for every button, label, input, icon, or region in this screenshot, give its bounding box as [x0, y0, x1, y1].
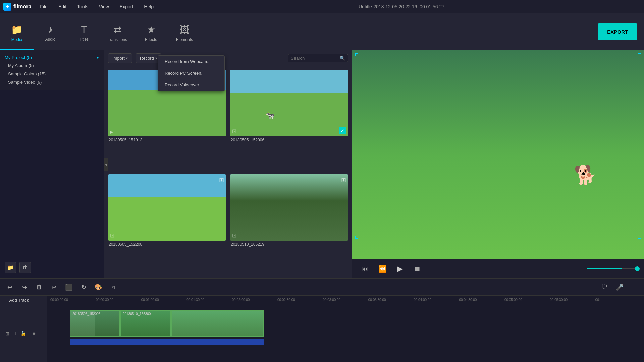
- menu-help[interactable]: Help: [142, 3, 156, 11]
- timeline-clip-0[interactable]: 20180505_152006: [70, 310, 120, 337]
- record-label: Record: [140, 56, 154, 61]
- toolbar-titles[interactable]: T Titles: [67, 13, 101, 50]
- timeline-clip-1[interactable]: 20180510_165800: [120, 310, 171, 337]
- step-back-button[interactable]: ⏪: [376, 263, 388, 275]
- volume-thumb[interactable]: [635, 266, 640, 271]
- settings-icon[interactable]: ≡: [629, 282, 639, 292]
- volume-slider[interactable]: [587, 268, 637, 269]
- track-eye-icon[interactable]: 👁: [30, 329, 38, 338]
- ruler-mark-9: 00:04:30:00: [459, 298, 504, 303]
- menu-edit[interactable]: Edit: [56, 3, 68, 11]
- menu-file[interactable]: File: [38, 3, 50, 11]
- menu-tools[interactable]: Tools: [75, 3, 90, 11]
- track-grid-icon: ⊞: [3, 329, 11, 338]
- track-content: 20180505_152006 20180510_165800: [47, 305, 644, 362]
- delete-button[interactable]: 🗑: [34, 282, 44, 292]
- crop-button[interactable]: ⬛: [64, 282, 74, 292]
- search-icon: 🔍: [340, 56, 345, 61]
- sidebar-collapse-handle[interactable]: ◀: [104, 158, 108, 171]
- media-item-3[interactable]: ⊞ ⊡ 20180510_165219: [230, 174, 348, 275]
- thumb-bg-1: [230, 70, 348, 136]
- audio-icon: ♪: [48, 24, 53, 35]
- toolbar-audio[interactable]: ♪ Audio: [34, 13, 67, 50]
- toolbar-elements[interactable]: 🖼 Elements: [168, 13, 201, 50]
- path-bg: [230, 174, 348, 241]
- sidebar-project-header[interactable]: My Project (5) ▾: [0, 54, 104, 61]
- timeline-clip-2[interactable]: [171, 310, 264, 337]
- ruler-mark-4: 00:02:00:00: [232, 298, 277, 303]
- ruler-mark-12: 06:: [595, 298, 641, 303]
- video-icon-1: ⊡: [232, 128, 236, 134]
- mic-icon[interactable]: 🎤: [614, 282, 625, 292]
- toolbar-elements-label: Elements: [176, 37, 193, 42]
- media-name-2: 20180505_152208: [108, 242, 226, 247]
- playhead[interactable]: [70, 305, 70, 362]
- clip-bg-2: [172, 311, 263, 336]
- media-item-1[interactable]: 🐄 ⊡ ✓ 20180505_152006: [230, 70, 348, 170]
- volume-fill: [587, 268, 622, 269]
- export-button[interactable]: EXPORT: [598, 23, 637, 40]
- shield-icon[interactable]: 🛡: [600, 282, 610, 292]
- preview-video: 🐕: [352, 50, 644, 259]
- preview-dog-icon: 🐕: [574, 164, 597, 186]
- record-screen-item[interactable]: Record PC Screen...: [158, 67, 224, 79]
- toolbar-media-label: Media: [11, 37, 22, 42]
- search-box: 🔍: [288, 54, 348, 62]
- track-controls: ⊞ 1 🔓 👁: [0, 305, 47, 362]
- effects-icon: ★: [147, 24, 155, 35]
- search-input[interactable]: [291, 56, 338, 61]
- ruler-marks: 00:00:00:00 00:00:30:00 00:01:00:00 00:0…: [47, 298, 644, 303]
- ruler-mark-10: 00:05:00:00: [504, 298, 550, 303]
- toolbar-transitions[interactable]: ⇄ Transitions: [101, 13, 134, 50]
- ruler-mark-1: 00:00:30:00: [96, 298, 141, 303]
- media-thumbnail-3: ⊞ ⊡: [230, 174, 348, 241]
- audio-adjust-button[interactable]: ≡: [123, 282, 133, 292]
- media-name-3: 20180510_165219: [230, 242, 348, 247]
- toolbar-titles-label: Titles: [79, 37, 89, 42]
- ruler-mark-7: 00:03:30:00: [368, 298, 414, 303]
- tl-right-actions: 🛡 🎤 ≡: [600, 282, 639, 292]
- cut-button[interactable]: ✂: [49, 282, 59, 292]
- menu-export[interactable]: Export: [118, 3, 135, 11]
- corner-br: [638, 236, 641, 239]
- media-item-2[interactable]: ⊞ ⊡ 20180505_152208: [108, 174, 226, 275]
- record-voiceover-item[interactable]: Record Voiceover: [158, 79, 224, 91]
- media-name-0: 20180505_151913: [108, 138, 226, 142]
- add-track-button[interactable]: + Add Track: [0, 296, 47, 305]
- sidebar-container: My Project (5) ▾ My Album (5) Sample Col…: [0, 50, 104, 278]
- sidebar-item-album[interactable]: My Album (5): [0, 61, 104, 70]
- redo-button[interactable]: ↪: [19, 282, 30, 292]
- sidebar-item-video[interactable]: Sample Video (9): [0, 78, 104, 86]
- record-dropdown-menu: Record from Webcam... Record PC Screen..…: [158, 55, 225, 91]
- media-thumbnail-1: 🐄 ⊡ ✓: [230, 70, 348, 136]
- stop-button[interactable]: ⏹: [411, 263, 423, 275]
- toolbar-media[interactable]: 📁 Media: [0, 13, 34, 50]
- toolbar-effects-label: Effects: [145, 37, 157, 42]
- undo-button[interactable]: ↩: [5, 282, 15, 292]
- ruler-mark-8: 00:04:00:00: [414, 298, 459, 303]
- timeline-tracks: ⊞ 1 🔓 👁 20180505_152006 20180510_165800: [0, 305, 644, 362]
- timeline-ruler: + Add Track 00:00:00:00 00:00:30:00 00:0…: [0, 296, 644, 305]
- audio-track-0: [70, 339, 120, 345]
- sidebar-item-colors[interactable]: Sample Colors (15): [0, 70, 104, 78]
- media-panel: Import ▾ Record ▾ ⊟ ⊞ 🔍 Record from Webc…: [104, 50, 352, 278]
- split-button[interactable]: ⧈: [108, 282, 118, 292]
- play-button[interactable]: ▶: [394, 263, 406, 275]
- record-webcam-item[interactable]: Record from Webcam...: [158, 56, 224, 67]
- toolbar-audio-label: Audio: [45, 37, 56, 42]
- media-thumbnail-2: ⊞ ⊡: [108, 174, 226, 241]
- color-button[interactable]: 🎨: [93, 282, 103, 292]
- track-lock-icon[interactable]: 🔓: [19, 329, 27, 338]
- dog-figure-icon: 🐄: [266, 111, 275, 120]
- toolbar-effects[interactable]: ★ Effects: [134, 13, 168, 50]
- skip-back-button[interactable]: ⏮: [359, 263, 371, 275]
- speed-button[interactable]: ↻: [78, 282, 89, 292]
- timeline-toolbar: ↩ ↪ 🗑 ✂ ⬛ ↻ 🎨 ⧈ ≡ 🛡 🎤 ≡: [0, 279, 644, 296]
- menu-view[interactable]: View: [97, 3, 111, 11]
- track-number: 1: [14, 331, 16, 336]
- import-button[interactable]: Import ▾: [108, 53, 132, 63]
- import-label: Import: [112, 56, 125, 61]
- video-icon-2: ⊡: [110, 232, 114, 239]
- titles-icon: T: [81, 24, 87, 35]
- record-dropdown-arrow: ▾: [155, 56, 157, 60]
